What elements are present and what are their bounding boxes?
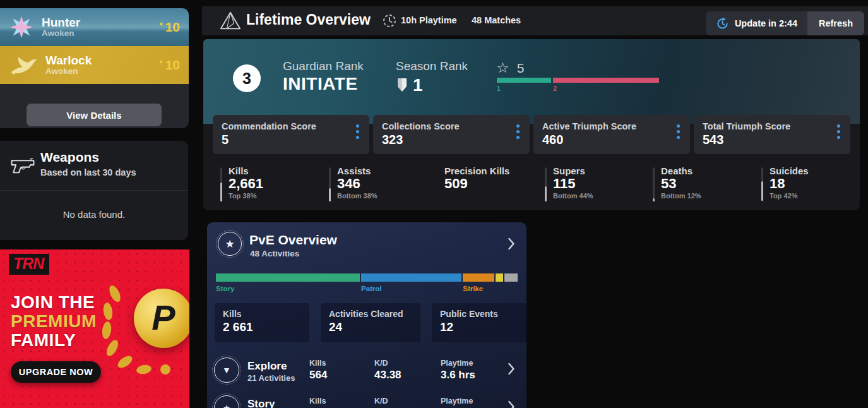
pve-stat-boxes: Kills 2 661 Activities Cleared 24 Public… — [215, 303, 526, 342]
season-rank-group: 1 — [397, 75, 423, 95]
stat-label: Activities Cleared — [329, 309, 412, 319]
character-card-hunter[interactable]: Hunter Awoken ✦ 10 — [0, 8, 189, 46]
character-race: Awoken — [42, 28, 80, 38]
ad-headline-3: FAMILY — [11, 332, 76, 349]
stat-value: 2,661 — [229, 176, 324, 191]
weapons-header: Weapons Based on last 30 days — [0, 141, 188, 191]
stat-label: Public Events — [440, 309, 518, 319]
pve-box-activities-cleared: Activities Cleared 24 — [321, 303, 420, 342]
star-glyph: ★ — [225, 237, 234, 251]
stat-percentile: Top 42% — [770, 192, 860, 200]
stat-label: Precision Kills — [444, 165, 540, 176]
playtime-stat: 10h Playtime — [401, 15, 457, 25]
cell-label: Playtime — [441, 359, 475, 368]
score-cards-row: Commendation Score 5 Collections Score 3… — [213, 115, 850, 154]
premium-coin-icon: P — [134, 289, 189, 348]
pve-subtitle: 48 Activities — [250, 249, 299, 258]
score-value: 323 — [382, 133, 521, 147]
activity-count: 21 Activities — [247, 373, 295, 383]
chevron-right-icon[interactable] — [508, 237, 515, 250]
guardian-rank-value: INITIATE — [283, 74, 358, 94]
pve-header[interactable]: ★ PvE Overview 48 Activities — [207, 222, 526, 264]
pistol-icon — [10, 155, 35, 176]
bar-segment-story: Story — [216, 273, 360, 293]
cell-label: Kills — [309, 359, 327, 368]
lifetime-overview-card: 3 Guardian Rank INITIATE Season Rank 1 ☆… — [203, 39, 860, 210]
power-sparkle-icon: ✦ — [158, 20, 163, 28]
score-value: 460 — [542, 133, 681, 147]
kebab-menu-icon[interactable] — [356, 124, 359, 139]
warlock-class-icon — [9, 52, 38, 78]
activity-row-explore[interactable]: ▼ Explore 21 Activities Kills 564 K/D 43… — [207, 356, 526, 390]
stat-assists: Assists 346 Bottom 38% — [329, 165, 433, 203]
stat-percentile: Top 38% — [229, 192, 324, 200]
character-race: Awoken — [45, 66, 92, 76]
lifetime-stats-row: Kills 2,661 Top 38% Assists 346 Bottom 3… — [203, 165, 860, 206]
stat-suicides: Suicides 18 Top 42% — [761, 165, 860, 203]
chevron-right-icon[interactable] — [508, 363, 515, 375]
season-rank-value: 1 — [413, 75, 423, 95]
cell-label: K/D — [374, 359, 401, 368]
character-text: Warlock Awoken — [45, 54, 92, 76]
rank-banner: 3 Guardian Rank INITIATE Season Rank 1 ☆… — [203, 39, 860, 124]
character-class: Warlock — [45, 54, 92, 67]
page-title: Lifetime Overview — [246, 11, 371, 28]
bar-segment-patrol: Patrol — [361, 273, 461, 293]
stat-value: 12 — [440, 320, 518, 334]
kebab-menu-icon[interactable] — [516, 124, 520, 139]
update-timer[interactable]: Update in 2:44 — [706, 11, 807, 35]
bar-segment — [504, 273, 518, 293]
kebab-menu-icon[interactable] — [837, 124, 840, 139]
bar-segment-2: 2 — [553, 78, 659, 92]
character-class: Hunter — [42, 16, 80, 29]
star-icon: ☆ — [496, 59, 509, 76]
score-label: Active Triumph Score — [542, 121, 681, 131]
view-details-button[interactable]: View Details — [27, 104, 162, 126]
weapons-empty-state: No data found. — [0, 209, 188, 220]
destiny-tracker-screen: Hunter Awoken ✦ 10 Warlock Awoken ✦ 10 V… — [0, 0, 868, 408]
pve-title: PvE Overview — [249, 232, 337, 248]
character-text: Hunter Awoken — [42, 16, 80, 39]
score-label: Commendation Score — [222, 121, 360, 131]
character-card-warlock[interactable]: Warlock Awoken ✦ 10 — [0, 46, 189, 84]
ad-headline-2: PREMIUM — [11, 313, 97, 330]
upgrade-now-button[interactable]: UPGRADE NOW — [11, 361, 101, 383]
score-card-active-triumph: Active Triumph Score 460 — [533, 115, 690, 154]
percentile-gauge — [329, 167, 331, 201]
character-power: ✦ 10 — [158, 57, 180, 73]
tracker-pyramid-icon — [220, 11, 241, 31]
character-power: ✦ 10 — [158, 20, 180, 35]
stat-deaths: Deaths 53 Bottom 12% — [653, 165, 757, 203]
power-value: 10 — [165, 20, 180, 35]
stat-precision-kills: Precision Kills 509 — [436, 165, 540, 203]
pve-box-kills: Kills 2 661 — [215, 303, 309, 342]
activity-row-story[interactable]: ★ Story Kills K/D Playtime — [207, 394, 526, 408]
premium-ad-banner[interactable]: TRN P JOIN THE PREMIUM FAMILY UPGRADE NO… — [0, 249, 189, 408]
stat-value: 24 — [329, 320, 412, 334]
cell-kd: K/D 43.38 — [374, 359, 401, 381]
update-timer-label: Update in 2:44 — [735, 18, 797, 28]
pennant-icon — [397, 78, 407, 93]
stat-percentile: Bottom 12% — [661, 192, 757, 200]
percentile-gauge — [761, 167, 763, 201]
refresh-button[interactable]: Refresh — [807, 11, 864, 35]
stat-label: Kills — [223, 309, 301, 319]
score-card-collections: Collections Score 323 — [373, 115, 530, 154]
stat-supers: Supers 115 Bottom 44% — [545, 165, 649, 203]
bar-segment-1: 1 — [497, 78, 551, 92]
refresh-timer-icon — [716, 17, 729, 30]
percentile-gauge — [220, 167, 222, 201]
activity-breakdown-bar: StoryPatrolStrike — [216, 273, 518, 293]
triangle-glyph: ▼ — [222, 365, 231, 375]
cell-kills: Kills — [309, 397, 326, 407]
activity-name: Story — [247, 398, 275, 408]
chevron-right-icon[interactable] — [508, 400, 515, 408]
star-rating: ☆ 5 — [496, 59, 524, 76]
bar-segment — [496, 273, 503, 293]
kebab-menu-icon[interactable] — [677, 124, 680, 139]
hunter-class-icon — [9, 15, 34, 40]
stat-percentile: Bottom 44% — [553, 192, 649, 200]
cell-kd: K/D — [374, 397, 388, 407]
stat-kills: Kills 2,661 Top 38% — [220, 165, 324, 203]
score-value: 5 — [222, 133, 360, 147]
